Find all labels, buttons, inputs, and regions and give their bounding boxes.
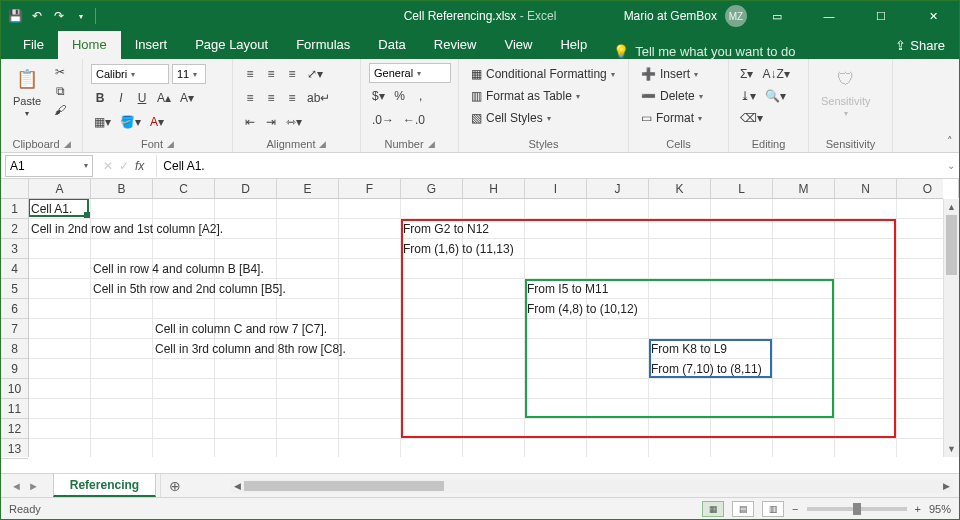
autosum-button[interactable]: Σ▾ <box>737 65 756 83</box>
share-button[interactable]: ⇪ Share <box>881 32 959 59</box>
column-header[interactable]: K <box>649 179 711 198</box>
increase-decimal-button[interactable]: .0→ <box>369 111 397 129</box>
bold-button[interactable]: B <box>91 89 109 107</box>
merge-center-button[interactable]: ⇿▾ <box>283 113 305 131</box>
scroll-up-icon[interactable]: ▲ <box>944 199 959 215</box>
row-header[interactable]: 10 <box>1 379 28 399</box>
column-header[interactable]: D <box>215 179 277 198</box>
column-header[interactable]: L <box>711 179 773 198</box>
tab-home[interactable]: Home <box>58 31 121 59</box>
scroll-right-icon[interactable]: ▶ <box>939 479 953 493</box>
underline-button[interactable]: U <box>133 89 151 107</box>
cell[interactable]: Cell in 3rd column and 8th row [C8]. <box>153 339 346 359</box>
zoom-slider-knob[interactable] <box>853 503 861 515</box>
comma-format-button[interactable]: , <box>412 87 430 105</box>
add-sheet-button[interactable]: ⊕ <box>160 474 188 497</box>
row-header[interactable]: 2 <box>1 219 28 239</box>
paste-button[interactable]: 📋 Paste ▾ <box>9 63 45 120</box>
cell[interactable]: Cell in 2nd row and 1st column [A2]. <box>29 219 223 239</box>
delete-cells-button[interactable]: ➖Delete▾ <box>637 85 707 107</box>
row-header[interactable]: 12 <box>1 419 28 439</box>
cell[interactable]: Cell A1. <box>29 199 72 219</box>
align-middle-button[interactable]: ≡ <box>262 65 280 83</box>
row-header[interactable]: 6 <box>1 299 28 319</box>
increase-font-button[interactable]: A▴ <box>154 89 174 107</box>
format-cells-button[interactable]: ▭Format▾ <box>637 107 706 129</box>
fill-button[interactable]: ⤓▾ <box>737 87 759 105</box>
row-header[interactable]: 3 <box>1 239 28 259</box>
save-icon[interactable]: 💾 <box>7 8 23 24</box>
horizontal-scrollbar[interactable]: ◀ ▶ <box>230 479 953 493</box>
row-header[interactable]: 11 <box>1 399 28 419</box>
column-header[interactable]: N <box>835 179 897 198</box>
orientation-button[interactable]: ⤢▾ <box>304 65 326 83</box>
cell[interactable]: From (4,8) to (10,12) <box>525 299 638 319</box>
decrease-indent-button[interactable]: ⇤ <box>241 113 259 131</box>
decrease-font-button[interactable]: A▾ <box>177 89 197 107</box>
collapse-ribbon-icon[interactable]: ˄ <box>947 135 953 148</box>
tab-file[interactable]: File <box>9 31 58 59</box>
scroll-down-icon[interactable]: ▼ <box>944 441 959 457</box>
column-header[interactable]: H <box>463 179 525 198</box>
scroll-thumb-vertical[interactable] <box>946 215 957 275</box>
cell[interactable]: Cell in 5th row and 2nd column [B5]. <box>91 279 286 299</box>
wrap-text-button[interactable]: ab↵ <box>304 89 333 107</box>
conditional-formatting-button[interactable]: ▦Conditional Formatting▾ <box>467 63 619 85</box>
sheet-next-icon[interactable]: ► <box>26 480 41 492</box>
dialog-launcher-icon[interactable]: ◢ <box>319 139 326 149</box>
maximize-button[interactable]: ☐ <box>859 1 903 31</box>
format-painter-button[interactable]: 🖌 <box>51 101 69 119</box>
vertical-scrollbar[interactable]: ▲ ▼ <box>943 199 959 457</box>
row-header[interactable]: 5 <box>1 279 28 299</box>
row-header[interactable]: 4 <box>1 259 28 279</box>
undo-icon[interactable]: ↶ <box>29 8 45 24</box>
dialog-launcher-icon[interactable]: ◢ <box>428 139 435 149</box>
cell[interactable]: Cell in column C and row 7 [C7]. <box>153 319 327 339</box>
align-center-button[interactable]: ≡ <box>262 89 280 107</box>
cell[interactable]: From K8 to L9 <box>649 339 727 359</box>
cancel-formula-icon[interactable]: ✕ <box>103 159 113 173</box>
expand-formula-bar-icon[interactable]: ⌄ <box>943 160 959 171</box>
cell[interactable]: From (7,10) to (8,11) <box>649 359 762 379</box>
font-name-combo[interactable]: Calibri▾ <box>91 64 169 84</box>
view-page-break-button[interactable]: ▥ <box>762 501 784 517</box>
zoom-out-button[interactable]: − <box>792 503 798 515</box>
scroll-thumb-horizontal[interactable] <box>244 481 444 491</box>
view-normal-button[interactable]: ▦ <box>702 501 724 517</box>
sheet-tab-active[interactable]: Referencing <box>53 474 156 497</box>
formula-input[interactable]: Cell A1. <box>156 155 927 177</box>
clear-button[interactable]: ⌫▾ <box>737 109 766 127</box>
insert-cells-button[interactable]: ➕Insert▾ <box>637 63 702 85</box>
italic-button[interactable]: I <box>112 89 130 107</box>
percent-format-button[interactable]: % <box>391 87 409 105</box>
row-header[interactable]: 8 <box>1 339 28 359</box>
tab-help[interactable]: Help <box>546 31 601 59</box>
column-header[interactable]: J <box>587 179 649 198</box>
tab-view[interactable]: View <box>490 31 546 59</box>
redo-icon[interactable]: ↷ <box>51 8 67 24</box>
enter-formula-icon[interactable]: ✓ <box>119 159 129 173</box>
cell-styles-button[interactable]: ▧Cell Styles▾ <box>467 107 555 129</box>
column-header[interactable]: I <box>525 179 587 198</box>
account-avatar[interactable]: MZ <box>725 5 747 27</box>
cells-viewport[interactable]: Cell A1.Cell in 2nd row and 1st column [… <box>29 199 943 457</box>
zoom-slider[interactable] <box>807 507 907 511</box>
align-left-button[interactable]: ≡ <box>241 89 259 107</box>
ribbon-display-options-icon[interactable]: ▭ <box>755 1 799 31</box>
align-top-button[interactable]: ≡ <box>241 65 259 83</box>
column-header[interactable]: M <box>773 179 835 198</box>
row-header[interactable]: 7 <box>1 319 28 339</box>
borders-button[interactable]: ▦▾ <box>91 113 114 131</box>
column-header[interactable]: G <box>401 179 463 198</box>
row-header[interactable]: 13 <box>1 439 28 459</box>
cell[interactable]: From I5 to M11 <box>525 279 608 299</box>
qat-customize-icon[interactable]: ▾ <box>73 8 89 24</box>
name-box[interactable]: A1 ▾ <box>5 155 93 177</box>
increase-indent-button[interactable]: ⇥ <box>262 113 280 131</box>
align-right-button[interactable]: ≡ <box>283 89 301 107</box>
view-page-layout-button[interactable]: ▤ <box>732 501 754 517</box>
font-color-button[interactable]: A▾ <box>147 113 167 131</box>
tab-page-layout[interactable]: Page Layout <box>181 31 282 59</box>
fx-icon[interactable]: fx <box>135 159 150 173</box>
tell-me-search[interactable]: 💡 Tell me what you want to do <box>601 44 807 59</box>
